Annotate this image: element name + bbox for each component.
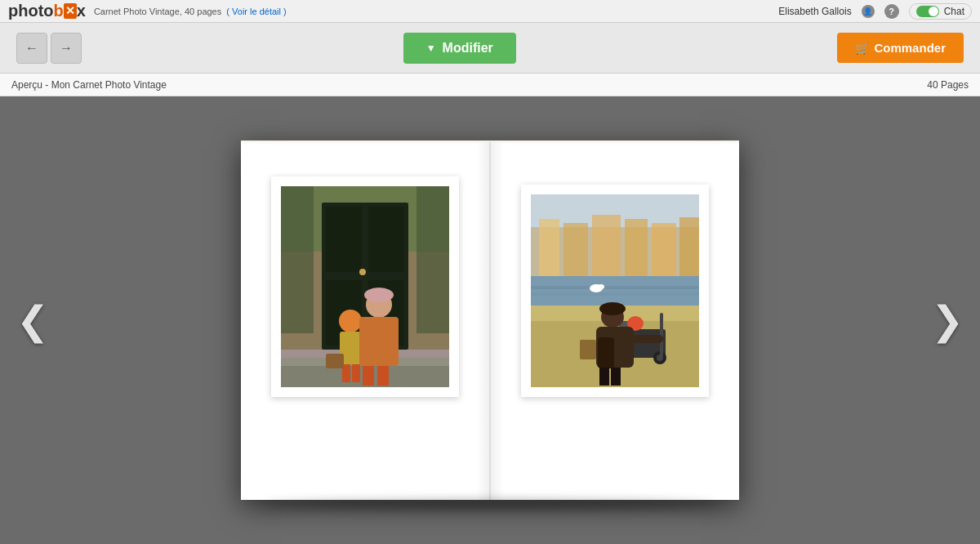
logo: photo b ✕ x xyxy=(8,2,86,20)
commander-label: Commander xyxy=(874,41,946,55)
topbar-right: Elisabeth Gallois 👤 ? Chat xyxy=(778,3,972,20)
logo-x-text: x xyxy=(77,2,86,20)
svg-rect-22 xyxy=(326,354,344,368)
logo-box-icon: b xyxy=(54,2,64,20)
svg-rect-18 xyxy=(359,317,399,366)
topbar-left: photo b ✕ x Carnet Photo Vintage, 40 pag… xyxy=(8,2,287,20)
modifier-button[interactable]: ▼ Modifier xyxy=(403,33,516,64)
svg-point-35 xyxy=(598,284,604,289)
history-controls: ← → xyxy=(16,33,82,64)
breadcrumb: Aperçu - Mon Carnet Photo Vintage xyxy=(11,79,167,91)
svg-rect-29 xyxy=(652,223,676,276)
book-left-page xyxy=(241,140,491,500)
chat-toggle[interactable]: Chat xyxy=(909,3,972,20)
breadcrumb-bar: Aperçu - Mon Carnet Photo Vintage 40 Pag… xyxy=(0,74,980,96)
commander-cart-icon: 🛒 xyxy=(855,42,869,55)
svg-rect-2 xyxy=(281,186,314,333)
svg-rect-51 xyxy=(627,335,663,343)
svg-rect-19 xyxy=(363,366,374,386)
svg-point-9 xyxy=(359,269,366,275)
user-avatar-icon: 👤 xyxy=(862,5,875,18)
right-photo-frame xyxy=(521,185,709,397)
modifier-label: Modifier xyxy=(443,41,493,56)
svg-rect-49 xyxy=(599,368,609,386)
svg-rect-5 xyxy=(326,207,362,272)
svg-rect-33 xyxy=(531,292,699,296)
project-info: Carnet Photo Vintage, 40 pages ( Voir le… xyxy=(94,7,287,16)
svg-rect-30 xyxy=(679,217,699,276)
next-page-arrow[interactable]: ❯ xyxy=(923,289,972,351)
main-content: ❮ xyxy=(0,96,980,544)
chat-label: Chat xyxy=(944,6,964,17)
svg-point-52 xyxy=(599,302,626,315)
undo-button[interactable]: ← xyxy=(16,33,47,64)
svg-rect-20 xyxy=(377,366,389,386)
svg-rect-48 xyxy=(598,337,614,368)
svg-rect-53 xyxy=(580,340,596,359)
logo-photo: photo xyxy=(8,2,54,20)
svg-rect-31 xyxy=(531,276,699,305)
modifier-dropdown-icon: ▼ xyxy=(426,42,436,54)
svg-rect-6 xyxy=(368,207,404,272)
svg-rect-27 xyxy=(592,215,621,276)
svg-rect-3 xyxy=(416,186,449,333)
svg-point-13 xyxy=(339,310,362,332)
logo-crossbox-icon: ✕ xyxy=(64,3,77,18)
view-detail-link[interactable]: ( Voir le détail ) xyxy=(226,7,286,16)
svg-rect-16 xyxy=(352,364,360,382)
chat-toggle-switch[interactable] xyxy=(916,6,939,17)
right-photo-image xyxy=(531,194,699,387)
redo-button[interactable]: → xyxy=(51,33,82,64)
toggle-knob xyxy=(929,7,938,16)
commander-button[interactable]: 🛒 Commander xyxy=(837,33,964,63)
book-preview xyxy=(241,140,739,500)
svg-rect-32 xyxy=(531,286,699,289)
top-nav-bar: photo b ✕ x Carnet Photo Vintage, 40 pag… xyxy=(0,0,980,23)
svg-rect-26 xyxy=(564,223,588,276)
user-name: Elisabeth Gallois xyxy=(778,6,851,17)
main-toolbar: ← → ▼ Modifier 🛒 Commander xyxy=(0,23,980,74)
left-photo-image xyxy=(281,186,449,387)
pages-count: 40 Pages xyxy=(927,79,969,91)
book-right-page xyxy=(491,140,739,500)
left-photo-frame xyxy=(271,176,459,397)
svg-rect-25 xyxy=(539,219,559,276)
svg-rect-28 xyxy=(625,219,648,276)
help-button[interactable]: ? xyxy=(884,4,899,19)
svg-point-21 xyxy=(364,288,394,302)
svg-rect-50 xyxy=(611,368,621,386)
prev-page-arrow[interactable]: ❮ xyxy=(8,289,57,351)
